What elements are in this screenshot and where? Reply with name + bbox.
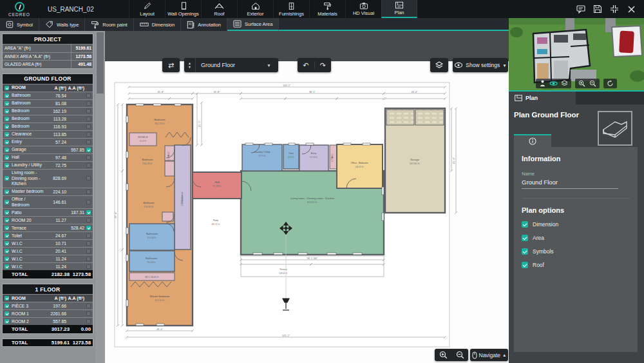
annex-checkbox[interactable] [84,263,93,270]
plan-room-wic[interactable] [165,161,175,176]
annex-checkbox[interactable] [84,302,93,309]
annex-checkbox[interactable] [84,115,93,123]
room-checkbox[interactable] [3,302,11,309]
redo-button[interactable]: ↷ [315,61,332,70]
tab-plan[interactable]: Plan [509,92,576,104]
annex-checkbox[interactable] [84,196,93,208]
annex-checkbox[interactable] [84,217,93,224]
preview-zoom-out-button[interactable] [587,79,598,88]
room-checkbox[interactable] [3,196,11,208]
option-dimension[interactable]: Dimension [522,221,630,228]
tab-layout[interactable]: Layout [129,0,165,18]
room-checkbox[interactable] [3,115,11,123]
save-button[interactable] [592,4,603,14]
room-checkbox[interactable] [3,123,11,130]
room-checkbox[interactable] [3,108,11,115]
aerial-view-button[interactable] [559,79,570,88]
tab-plan[interactable]: Plan [381,0,417,18]
tab-exterior[interactable]: Exterior [237,0,273,18]
zoom-in-button[interactable] [435,351,451,359]
annex-checkbox[interactable] [84,255,93,262]
room-checkbox[interactable] [3,209,11,216]
walkthrough-view-button[interactable] [537,79,548,88]
annex-checkbox[interactable] [84,123,93,130]
zoom-out-button[interactable] [451,351,468,359]
option-roof[interactable]: Roof [522,262,630,268]
floor-plan-drawing[interactable]: 105'-2"25'-8"19'-8"36'-1"24'-4"87'-4"21'… [105,61,509,363]
tool-walls-type[interactable]: Walls type [39,18,85,31]
plan-canvas[interactable]: 105'-2"25'-8"19'-8"36'-1"24'-4"87'-4"21'… [105,31,509,363]
annex-checkbox[interactable] [84,170,93,188]
tab-furnishings[interactable]: Furnishings [273,0,309,18]
tool-surface-area[interactable]: Surface Area [227,18,279,31]
undo-button[interactable]: ↶ [298,61,314,70]
annex-checkbox[interactable] [84,146,93,153]
tool-symbol[interactable]: Symbol [0,18,39,31]
floor-selector-dropdown[interactable]: ▲▼ Ground Floor ▼ [184,58,278,72]
tab-roof[interactable]: Roof [201,0,237,18]
room-checkbox[interactable] [3,162,11,169]
room-checkbox[interactable] [3,224,11,231]
annex-checkbox[interactable] [84,139,93,146]
scrollbar-thumb[interactable] [97,32,104,93]
feedback-button[interactable] [576,4,586,14]
tool-room-paint[interactable]: Room paint [85,18,133,31]
layers-button[interactable] [430,58,448,72]
annex-checkbox[interactable] [84,162,93,169]
tab-wall-openings[interactable]: Wall Openings [165,0,201,18]
annex-checkbox[interactable] [84,108,93,115]
sidebar-scrollbar[interactable] [95,31,105,363]
floor-spinner[interactable]: ▲▼ [184,58,196,72]
plan-room-laundry[interactable] [242,144,282,171]
annex-checkbox[interactable] [84,232,93,239]
annex-checkbox[interactable] [84,92,93,99]
room-checkbox[interactable] [3,154,11,161]
room-checkbox[interactable] [3,188,11,195]
annex-checkbox[interactable] [84,131,93,138]
plan-room-wic[interactable] [162,212,173,221]
room-checkbox[interactable] [3,146,11,153]
select-all-checkbox[interactable] [3,84,11,92]
room-checkbox[interactable] [3,131,11,138]
room-checkbox[interactable] [3,240,11,247]
name-input[interactable]: Ground Floor [522,179,618,189]
room-checkbox[interactable] [3,92,11,99]
sync-view-button[interactable]: ⇄ [162,58,180,72]
annex-checkbox[interactable] [84,154,93,161]
annex-checkbox[interactable] [84,240,93,247]
tab-information[interactable] [514,134,551,147]
3d-preview[interactable] [509,18,644,90]
room-checkbox[interactable] [3,318,11,325]
preview-zoom-in-button[interactable] [576,79,587,88]
tab-materials[interactable]: Materials [309,0,345,18]
navigate-dropdown[interactable]: Navigate ▲ [470,349,508,361]
room-checkbox[interactable] [3,255,11,262]
tool-dimension[interactable]: Dimension [134,18,181,31]
option-area[interactable]: Area [522,235,630,241]
annex-checkbox[interactable] [84,188,93,195]
annex-checkbox[interactable] [84,248,93,255]
room-checkbox[interactable] [3,170,11,188]
room-checkbox[interactable] [3,217,11,224]
room-checkbox[interactable] [3,232,11,239]
room-checkbox[interactable] [3,310,11,317]
room-checkbox[interactable] [3,100,11,107]
annex-checkbox[interactable] [84,310,93,317]
select-all-checkbox[interactable] [3,295,11,302]
annex-checkbox[interactable] [84,100,93,107]
reset-view-button[interactable] [605,79,616,88]
annex-checkbox[interactable] [84,318,93,325]
close-button[interactable] [626,4,636,14]
room-checkbox[interactable] [3,248,11,255]
compress-button[interactable] [609,4,620,14]
room-checkbox[interactable] [3,263,11,270]
tab-hd-visual[interactable]: HD Visual [345,0,381,18]
floor-thumbnail[interactable] [598,111,632,146]
room-checkbox[interactable] [3,139,11,146]
option-symbols[interactable]: Symbols [522,248,630,255]
orbit-view-button[interactable] [548,79,559,88]
show-settings-dropdown[interactable]: Show settings ▼ [453,58,508,72]
annex-checkbox[interactable] [84,209,93,216]
tool-annotation[interactable]: Annotation [181,18,227,31]
annex-checkbox[interactable] [84,224,93,231]
